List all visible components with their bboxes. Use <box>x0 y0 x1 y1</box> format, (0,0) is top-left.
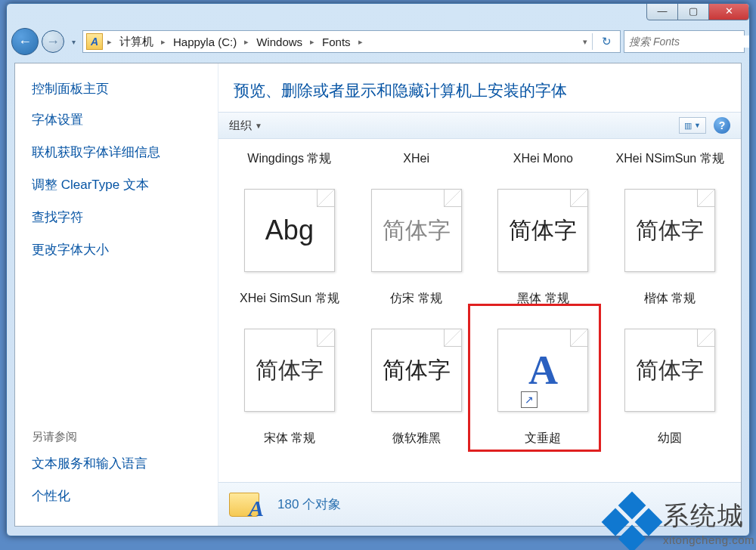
status-bar: A 180 个对象 <box>218 482 741 526</box>
font-thumbnail: 简体字 <box>624 189 715 272</box>
address-dropdown[interactable]: ▾ <box>581 37 589 47</box>
font-thumbnail: 简体字 <box>624 329 715 412</box>
main-panel: 预览、删除或者显示和隐藏计算机上安装的字体 组织 ▼ ▥ ▼ ? <box>218 63 741 526</box>
titlebar: — ▢ ✕ <box>7 4 749 26</box>
font-label: 仿宋 常规 <box>390 291 442 324</box>
sidebar-link-font-size[interactable]: 更改字体大小 <box>32 241 201 258</box>
font-label: Wingdings 常规 <box>247 151 331 184</box>
font-thumbnail: Abg <box>244 189 335 272</box>
font-label: 幼圆 <box>658 431 682 464</box>
font-thumbnail: 简体字 <box>497 189 588 272</box>
breadcrumb-computer[interactable]: 计算机 <box>116 35 156 49</box>
font-item[interactable]: 仿宋 常规 简体字 <box>353 289 480 429</box>
font-item[interactable]: 楷体 常规 简体字 <box>606 289 733 429</box>
navigation-bar: ← → ▾ A ▸ 计算机 ▸ Happyla (C:) ▸ Windows ▸… <box>7 26 749 57</box>
organize-button[interactable]: 组织 ▼ <box>229 119 262 133</box>
back-button[interactable]: ← <box>11 28 39 55</box>
window-controls: — ▢ ✕ <box>647 3 749 20</box>
shortcut-arrow-icon: ↗ <box>521 391 538 408</box>
font-item[interactable]: XHei Mono 简体字 <box>480 150 607 289</box>
font-grid: Wingdings 常规 Abg XHei 简体字 XHei Mono 简体字 … <box>218 139 741 482</box>
breadcrumb-fonts[interactable]: Fonts <box>319 36 354 48</box>
minimize-button[interactable]: — <box>646 3 678 20</box>
history-dropdown[interactable]: ▾ <box>67 33 79 50</box>
sidebar-link-personalize[interactable]: 个性化 <box>32 487 201 505</box>
search-input[interactable] <box>629 36 750 48</box>
chevron-down-icon: ▼ <box>694 122 701 129</box>
font-item[interactable]: XHei 简体字 <box>353 150 480 289</box>
font-label: XHei SimSun 常规 <box>240 291 339 324</box>
font-label: 楷体 常规 <box>644 291 696 324</box>
sidebar-link-text-services[interactable]: 文本服务和输入语言 <box>32 455 201 472</box>
explorer-window: — ▢ ✕ ← → ▾ A ▸ 计算机 ▸ Happyla (C:) ▸ Win… <box>6 3 750 536</box>
breadcrumb-windows[interactable]: Windows <box>253 36 305 48</box>
font-label: 微软雅黑 <box>392 431 441 464</box>
sidebar-link-cleartype[interactable]: 调整 ClearType 文本 <box>32 176 201 193</box>
font-item[interactable]: XHei NSimSun 常规 简体字 <box>606 150 733 289</box>
forward-button[interactable]: → <box>42 30 64 53</box>
font-label: 黑体 常规 <box>517 291 569 324</box>
fonts-folder-icon: A <box>86 33 103 50</box>
sidebar: 控制面板主页 字体设置 联机获取字体详细信息 调整 ClearType 文本 查… <box>15 63 218 526</box>
search-box[interactable]: 🔍 <box>624 30 745 53</box>
breadcrumb-sep[interactable]: ▸ <box>106 37 113 47</box>
content-frame: 控制面板主页 字体设置 联机获取字体详细信息 调整 ClearType 文本 查… <box>14 63 742 527</box>
toolbar: 组织 ▼ ▥ ▼ ? <box>218 112 741 139</box>
font-shortcut-icon: A <box>528 347 558 394</box>
sidebar-link-online-fonts[interactable]: 联机获取字体详细信息 <box>32 144 201 161</box>
font-item[interactable]: XHei SimSun 常规 简体字 <box>226 289 353 429</box>
sidebar-link-find-char[interactable]: 查找字符 <box>32 209 201 226</box>
font-label: XHei <box>403 151 429 184</box>
breadcrumb-drive[interactable]: Happyla (C:) <box>170 36 240 48</box>
breadcrumb-sep[interactable]: ▸ <box>160 37 167 47</box>
font-thumbnail: 简体字 <box>371 189 462 272</box>
breadcrumb-sep[interactable]: ▸ <box>243 37 250 47</box>
breadcrumb-sep[interactable]: ▸ <box>357 37 364 47</box>
maximize-button[interactable]: ▢ <box>677 3 709 20</box>
sidebar-link-font-settings[interactable]: 字体设置 <box>32 111 201 128</box>
font-item[interactable]: 黑体 常规 A ↗ <box>480 289 607 429</box>
font-label: 宋体 常规 <box>264 431 315 464</box>
view-mode-button[interactable]: ▥ ▼ <box>679 117 706 134</box>
address-bar[interactable]: A ▸ 计算机 ▸ Happyla (C:) ▸ Windows ▸ Fonts… <box>82 30 621 53</box>
font-label: XHei Mono <box>513 151 573 184</box>
page-title: 预览、删除或者显示和隐藏计算机上安装的字体 <box>218 63 741 112</box>
font-item[interactable]: 文垂超 <box>480 429 607 482</box>
font-item[interactable]: 宋体 常规 <box>226 429 353 482</box>
sidebar-heading[interactable]: 控制面板主页 <box>32 80 201 97</box>
font-item[interactable]: Wingdings 常规 Abg <box>226 150 353 289</box>
sidebar-also-label: 另请参阅 <box>32 430 201 444</box>
font-item[interactable]: 幼圆 <box>606 429 733 482</box>
font-thumbnail: 简体字 <box>371 329 462 412</box>
fonts-folder-icon: A <box>228 488 264 521</box>
font-thumbnail: 简体字 <box>244 329 335 412</box>
font-item[interactable]: 微软雅黑 <box>353 429 480 482</box>
font-thumbnail: A ↗ <box>497 329 588 412</box>
font-label: XHei NSimSun 常规 <box>616 151 724 184</box>
item-count: 180 个对象 <box>277 496 341 513</box>
close-button[interactable]: ✕ <box>708 3 749 20</box>
font-label: 文垂超 <box>525 431 561 464</box>
refresh-button[interactable]: ↻ <box>596 32 617 51</box>
chevron-down-icon: ▼ <box>255 122 262 130</box>
help-button[interactable]: ? <box>714 117 730 134</box>
breadcrumb-sep[interactable]: ▸ <box>308 37 316 47</box>
